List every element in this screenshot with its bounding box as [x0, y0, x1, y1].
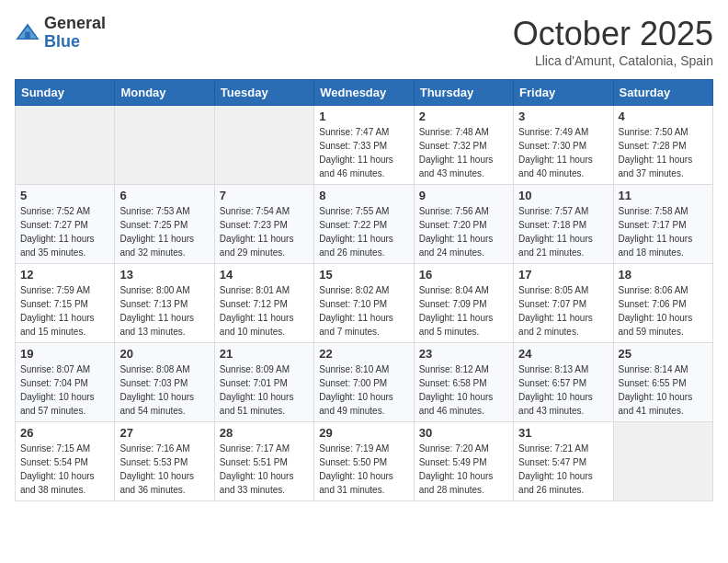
day-number: 1 [319, 109, 408, 123]
calendar-cell: 15Sunrise: 8:02 AMSunset: 7:10 PMDayligh… [314, 264, 414, 343]
calendar-table: SundayMondayTuesdayWednesdayThursdayFrid… [15, 79, 713, 501]
day-info: Sunrise: 8:06 AMSunset: 7:06 PMDaylight:… [619, 283, 708, 339]
day-number: 4 [619, 109, 708, 123]
day-number: 28 [220, 426, 309, 440]
day-info: Sunrise: 7:16 AMSunset: 5:53 PMDaylight:… [119, 442, 209, 497]
logo: General Blue [15, 15, 106, 52]
day-info: Sunrise: 8:02 AMSunset: 7:10 PMDaylight:… [319, 283, 408, 339]
calendar-cell: 6Sunrise: 7:53 AMSunset: 7:25 PMDaylight… [115, 185, 214, 264]
day-info: Sunrise: 7:52 AMSunset: 7:27 PMDaylight:… [20, 204, 109, 259]
calendar-cell: 30Sunrise: 7:20 AMSunset: 5:49 PMDayligh… [414, 422, 513, 501]
calendar-cell: 20Sunrise: 8:08 AMSunset: 7:03 PMDayligh… [115, 343, 214, 422]
calendar-cell: 9Sunrise: 7:56 AMSunset: 7:20 PMDaylight… [414, 185, 513, 264]
calendar-cell: 12Sunrise: 7:59 AMSunset: 7:15 PMDayligh… [16, 264, 115, 343]
calendar-cell: 14Sunrise: 8:01 AMSunset: 7:12 PMDayligh… [214, 264, 313, 343]
calendar-cell: 25Sunrise: 8:14 AMSunset: 6:55 PMDayligh… [613, 343, 712, 422]
calendar-cell: 24Sunrise: 8:13 AMSunset: 6:57 PMDayligh… [514, 343, 613, 422]
day-info: Sunrise: 7:20 AMSunset: 5:49 PMDaylight:… [419, 442, 508, 497]
day-number: 30 [419, 426, 508, 440]
calendar-cell: 5Sunrise: 7:52 AMSunset: 7:27 PMDaylight… [16, 185, 115, 264]
calendar-cell: 29Sunrise: 7:19 AMSunset: 5:50 PMDayligh… [314, 422, 414, 501]
day-info: Sunrise: 7:47 AMSunset: 7:33 PMDaylight:… [319, 125, 408, 180]
day-number: 19 [20, 347, 109, 361]
title-block: October 2025 Llica d'Amunt, Catalonia, S… [513, 15, 713, 68]
day-info: Sunrise: 8:04 AMSunset: 7:09 PMDaylight:… [419, 283, 508, 339]
calendar-cell: 4Sunrise: 7:50 AMSunset: 7:28 PMDaylight… [613, 106, 712, 185]
day-info: Sunrise: 7:49 AMSunset: 7:30 PMDaylight:… [518, 125, 608, 180]
weekday-header-tuesday: Tuesday [214, 80, 313, 106]
day-number: 29 [319, 426, 408, 440]
day-info: Sunrise: 7:17 AMSunset: 5:51 PMDaylight:… [220, 442, 309, 497]
calendar-cell: 11Sunrise: 7:58 AMSunset: 7:17 PMDayligh… [613, 185, 712, 264]
day-info: Sunrise: 8:01 AMSunset: 7:12 PMDaylight:… [220, 283, 309, 339]
day-number: 5 [20, 189, 109, 202]
day-info: Sunrise: 7:50 AMSunset: 7:28 PMDaylight:… [619, 125, 708, 180]
logo-general-text: General [44, 15, 106, 33]
day-info: Sunrise: 8:10 AMSunset: 7:00 PMDaylight:… [319, 362, 408, 418]
day-number: 9 [419, 189, 508, 202]
page-header: General Blue October 2025 Llica d'Amunt,… [15, 15, 713, 68]
day-number: 3 [518, 109, 608, 123]
calendar-week-row: 19Sunrise: 8:07 AMSunset: 7:04 PMDayligh… [16, 343, 713, 422]
calendar-cell: 17Sunrise: 8:05 AMSunset: 7:07 PMDayligh… [514, 264, 613, 343]
day-number: 16 [419, 268, 508, 282]
calendar-week-row: 1Sunrise: 7:47 AMSunset: 7:33 PMDaylight… [16, 106, 713, 185]
calendar-cell: 31Sunrise: 7:21 AMSunset: 5:47 PMDayligh… [514, 422, 613, 501]
calendar-cell: 28Sunrise: 7:17 AMSunset: 5:51 PMDayligh… [214, 422, 313, 501]
day-number: 2 [419, 109, 508, 123]
calendar-cell: 21Sunrise: 8:09 AMSunset: 7:01 PMDayligh… [214, 343, 313, 422]
calendar-cell: 10Sunrise: 7:57 AMSunset: 7:18 PMDayligh… [514, 185, 613, 264]
day-info: Sunrise: 8:07 AMSunset: 7:04 PMDaylight:… [20, 362, 109, 418]
calendar-cell [613, 422, 712, 501]
calendar-cell [214, 106, 313, 185]
calendar-cell: 7Sunrise: 7:54 AMSunset: 7:23 PMDaylight… [214, 185, 313, 264]
calendar-week-row: 5Sunrise: 7:52 AMSunset: 7:27 PMDaylight… [16, 185, 713, 264]
day-number: 8 [319, 189, 408, 202]
calendar-cell: 16Sunrise: 8:04 AMSunset: 7:09 PMDayligh… [414, 264, 513, 343]
calendar-week-row: 26Sunrise: 7:15 AMSunset: 5:54 PMDayligh… [16, 422, 713, 501]
calendar-cell: 3Sunrise: 7:49 AMSunset: 7:30 PMDaylight… [514, 106, 613, 185]
day-info: Sunrise: 7:58 AMSunset: 7:17 PMDaylight:… [619, 204, 708, 259]
calendar-cell [16, 106, 115, 185]
day-number: 24 [518, 347, 608, 361]
day-info: Sunrise: 8:12 AMSunset: 6:58 PMDaylight:… [419, 362, 508, 418]
day-info: Sunrise: 8:14 AMSunset: 6:55 PMDaylight:… [619, 362, 708, 418]
day-number: 22 [319, 347, 408, 361]
day-number: 20 [119, 347, 209, 361]
logo-blue-text: Blue [44, 33, 106, 52]
location-text: Llica d'Amunt, Catalonia, Spain [513, 53, 713, 68]
day-info: Sunrise: 8:09 AMSunset: 7:01 PMDaylight:… [220, 362, 309, 418]
day-info: Sunrise: 8:00 AMSunset: 7:13 PMDaylight:… [119, 283, 209, 339]
day-number: 31 [518, 426, 608, 440]
weekday-header-wednesday: Wednesday [314, 80, 414, 106]
day-number: 21 [220, 347, 309, 361]
calendar-cell [115, 106, 214, 185]
day-number: 17 [518, 268, 608, 282]
weekday-header-row: SundayMondayTuesdayWednesdayThursdayFrid… [16, 80, 713, 106]
weekday-header-friday: Friday [514, 80, 613, 106]
calendar-cell: 8Sunrise: 7:55 AMSunset: 7:22 PMDaylight… [314, 185, 414, 264]
day-number: 23 [419, 347, 508, 361]
calendar-cell: 13Sunrise: 8:00 AMSunset: 7:13 PMDayligh… [115, 264, 214, 343]
day-info: Sunrise: 7:48 AMSunset: 7:32 PMDaylight:… [419, 125, 508, 180]
weekday-header-monday: Monday [115, 80, 214, 106]
svg-rect-2 [25, 31, 30, 39]
day-info: Sunrise: 7:15 AMSunset: 5:54 PMDaylight:… [20, 442, 109, 497]
weekday-header-sunday: Sunday [16, 80, 115, 106]
weekday-header-thursday: Thursday [414, 80, 513, 106]
day-number: 11 [619, 189, 708, 202]
calendar-cell: 23Sunrise: 8:12 AMSunset: 6:58 PMDayligh… [414, 343, 513, 422]
day-info: Sunrise: 7:55 AMSunset: 7:22 PMDaylight:… [319, 204, 408, 259]
weekday-header-saturday: Saturday [613, 80, 712, 106]
logo-text: General Blue [44, 15, 106, 52]
day-number: 6 [119, 189, 209, 202]
calendar-cell: 22Sunrise: 8:10 AMSunset: 7:00 PMDayligh… [314, 343, 414, 422]
calendar-week-row: 12Sunrise: 7:59 AMSunset: 7:15 PMDayligh… [16, 264, 713, 343]
day-number: 26 [20, 426, 109, 440]
day-number: 18 [619, 268, 708, 282]
day-info: Sunrise: 8:08 AMSunset: 7:03 PMDaylight:… [119, 362, 209, 418]
day-info: Sunrise: 8:13 AMSunset: 6:57 PMDaylight:… [518, 362, 608, 418]
day-number: 14 [220, 268, 309, 282]
day-number: 25 [619, 347, 708, 361]
calendar-cell: 1Sunrise: 7:47 AMSunset: 7:33 PMDaylight… [314, 106, 414, 185]
